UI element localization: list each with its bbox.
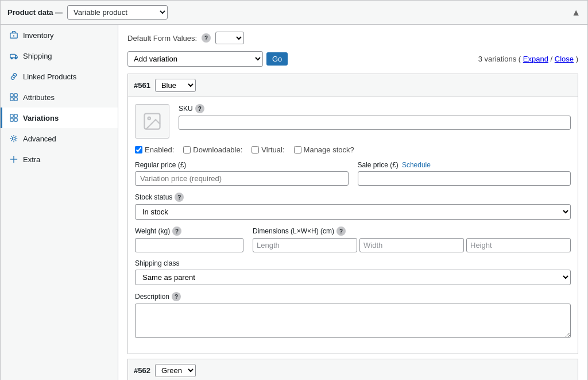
sidebar-item-inventory[interactable]: Inventory — [1, 25, 118, 45]
dimensions-section: Dimensions (L×W×H) (cm) ? — [253, 227, 571, 252]
inventory-label: Inventory — [23, 31, 53, 40]
default-form-values-help-icon[interactable]: ? — [202, 33, 211, 43]
weight-dimensions-row: Weight (kg) ? Dimensions (L×W×H) (cm) ? — [135, 227, 571, 252]
add-variation-row: Add variation Create variations from all… — [127, 51, 578, 67]
sku-label: SKU ? — [179, 104, 571, 113]
manage-stock-checkbox-label[interactable]: Manage stock? — [294, 145, 354, 154]
downloadable-checkbox-label[interactable]: Downloadable: — [183, 145, 242, 154]
extra-label: Extra — [23, 155, 40, 164]
dim-inputs — [253, 238, 571, 252]
variation-561-color-select[interactable]: Blue Green Red — [155, 79, 196, 92]
attributes-icon — [9, 93, 18, 102]
svg-rect-12 — [14, 118, 17, 121]
height-input[interactable] — [466, 238, 571, 252]
weight-label: Weight (kg) ? — [135, 227, 243, 236]
add-variation-select[interactable]: Add variation Create variations from all… — [127, 51, 263, 67]
svg-rect-5 — [10, 94, 13, 97]
downloadable-checkbox[interactable] — [183, 146, 191, 153]
attributes-label: Attributes — [23, 93, 55, 102]
width-input[interactable] — [359, 238, 464, 252]
default-form-values-row: Default Form Values: ? — [127, 32, 578, 44]
regular-price-field: Regular price (£) — [135, 161, 349, 186]
stock-status-label: Stock status ? — [135, 193, 571, 202]
sidebar-item-attributes[interactable]: Attributes — [1, 87, 118, 108]
expand-link-top[interactable]: Expand — [523, 55, 548, 63]
advanced-icon — [9, 134, 18, 143]
variation-561-top-row: SKU ? — [135, 104, 571, 139]
svg-point-17 — [148, 117, 151, 120]
weight-input[interactable] — [135, 238, 243, 252]
stock-status-help-icon[interactable]: ? — [175, 193, 184, 202]
add-variation-row-left: Add variation Create variations from all… — [127, 51, 288, 67]
svg-point-4 — [15, 57, 17, 59]
link-icon — [9, 72, 18, 81]
svg-rect-10 — [14, 114, 17, 117]
variation-561-checkboxes: Enabled: Downloadable: Virtual: Man — [135, 145, 571, 154]
variations-count-top: 3 variations ( Expand / Close ) — [478, 55, 578, 63]
description-label: Description ? — [135, 292, 571, 301]
inventory-icon — [9, 30, 18, 40]
sale-price-field: Sale price (£) Schedule — [358, 161, 571, 186]
description-section: Description ? — [135, 292, 571, 340]
svg-rect-6 — [14, 94, 17, 97]
variation-561-body: SKU ? Enabled: — [128, 97, 578, 354]
schedule-link[interactable]: Schedule — [402, 161, 431, 169]
variations-content: Default Form Values: ? Add variation Cre… — [118, 25, 587, 380]
svg-rect-8 — [14, 98, 17, 101]
svg-rect-11 — [10, 118, 13, 121]
sidebar-item-linked-products[interactable]: Linked Products — [1, 66, 118, 87]
variation-561-block: #561 Blue Green Red — [127, 74, 578, 354]
svg-rect-7 — [10, 98, 13, 101]
sidebar-item-variations[interactable]: Variations — [1, 108, 118, 128]
virtual-checkbox[interactable] — [252, 146, 259, 153]
main-layout: Inventory Shipping Linked Products Attri… — [1, 25, 587, 380]
regular-price-input[interactable] — [135, 171, 349, 186]
svg-rect-9 — [10, 114, 13, 117]
product-type-select[interactable]: Variable product Simple product Grouped … — [67, 5, 168, 20]
weight-section: Weight (kg) ? — [135, 227, 243, 252]
close-link-top[interactable]: Close — [555, 55, 574, 63]
dimensions-label: Dimensions (L×W×H) (cm) ? — [253, 227, 571, 236]
sale-price-input[interactable] — [358, 171, 571, 186]
sidebar: Inventory Shipping Linked Products Attri… — [1, 25, 118, 380]
go-button[interactable]: Go — [266, 52, 288, 66]
variation-562-color-select[interactable]: Blue Green Red — [155, 364, 196, 377]
shipping-class-section: Shipping class Same as parent No shippin… — [135, 259, 571, 285]
variation-562-header: #562 Blue Green Red — [128, 359, 578, 380]
sku-input[interactable] — [179, 116, 571, 130]
svg-rect-2 — [10, 54, 16, 57]
shipping-icon — [9, 51, 18, 60]
shipping-class-label: Shipping class — [135, 259, 571, 267]
weight-help-icon[interactable]: ? — [172, 227, 181, 236]
manage-stock-checkbox[interactable] — [294, 146, 301, 153]
virtual-checkbox-label[interactable]: Virtual: — [252, 145, 284, 154]
description-help-icon[interactable]: ? — [172, 292, 181, 301]
variation-561-header: #561 Blue Green Red — [128, 74, 578, 97]
extra-icon — [9, 155, 18, 164]
product-header: Product data — Variable product Simple p… — [1, 1, 587, 25]
collapse-button[interactable]: ▲ — [571, 7, 581, 18]
default-form-values-select[interactable] — [215, 32, 244, 44]
description-textarea[interactable] — [135, 304, 571, 338]
enabled-checkbox-label[interactable]: Enabled: — [135, 145, 174, 154]
variation-561-id: #561 — [134, 81, 150, 90]
shipping-class-select[interactable]: Same as parent No shipping class — [135, 270, 571, 285]
dimensions-help-icon[interactable]: ? — [336, 227, 346, 236]
sale-price-label: Sale price (£) Schedule — [358, 161, 571, 169]
variation-562-block: #562 Blue Green Red — [127, 359, 578, 380]
sidebar-item-shipping[interactable]: Shipping — [1, 45, 118, 66]
svg-point-13 — [12, 137, 15, 140]
variation-561-image[interactable] — [135, 104, 169, 139]
default-form-values-label: Default Form Values: — [127, 34, 197, 43]
length-input[interactable] — [253, 238, 357, 252]
product-header-left: Product data — Variable product Simple p… — [7, 5, 168, 20]
variation-562-id: #562 — [134, 366, 150, 375]
product-panel: Product data — Variable product Simple p… — [0, 0, 588, 380]
advanced-label: Advanced — [23, 135, 56, 143]
sidebar-item-advanced[interactable]: Advanced — [1, 128, 118, 149]
sidebar-item-extra[interactable]: Extra — [1, 149, 118, 170]
product-data-label: Product data — — [7, 8, 63, 17]
enabled-checkbox[interactable] — [135, 146, 142, 153]
stock-status-select[interactable]: In stock Out of stock On backorder — [135, 204, 571, 220]
sku-help-icon[interactable]: ? — [195, 104, 204, 113]
